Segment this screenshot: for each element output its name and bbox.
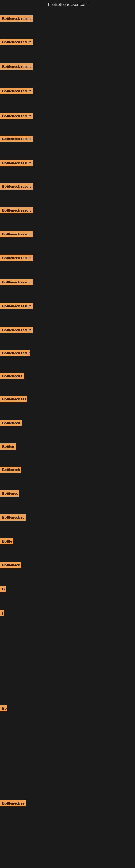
bottleneck-badge: Bottleneck r (0, 373, 24, 379)
list-item: Bottleneck result (0, 88, 33, 94)
list-item: Bottleneck result (0, 327, 33, 333)
list-item: Bottleneck result (0, 350, 30, 356)
bottleneck-badge: Bottleneck result (0, 327, 33, 333)
bottleneck-badge: Bottleneck result (0, 231, 33, 237)
list-item: Bottlen (0, 443, 16, 450)
bottleneck-badge: | (0, 610, 4, 616)
bottleneck-badge: Bottleneck re (0, 514, 26, 521)
bottleneck-badge: Bo (0, 705, 7, 712)
bottleneck-badge: Bottleneck result (0, 113, 33, 119)
list-item: Bottleneck result (0, 16, 33, 22)
list-item: Bottle (0, 538, 13, 545)
list-item: Bottleneck result (0, 135, 33, 142)
bottleneck-badge: Bottle (0, 538, 13, 545)
list-item: Bottleneck re (0, 800, 26, 806)
list-item: Bottleneck (0, 562, 21, 568)
bottleneck-badge: Bottleneck (0, 420, 21, 426)
bottleneck-badge: Bottleneck result (0, 207, 33, 214)
bottleneck-badge: Bottleneck result (0, 279, 33, 285)
bottleneck-badge: Bottleneck result (0, 160, 33, 166)
bottleneck-badge: Bottleneck result (0, 255, 33, 261)
bottleneck-badge: Bottleneck (0, 562, 21, 568)
list-item: B (0, 586, 6, 592)
bottleneck-badge: Bottlenec (0, 490, 19, 497)
bottleneck-badge: Bottleneck result (0, 88, 33, 94)
list-item: Bottleneck (0, 420, 21, 426)
list-item: Bottleneck result (0, 39, 33, 45)
list-item: Bottleneck result (0, 279, 33, 285)
bottleneck-badge: Bottleneck result (0, 39, 33, 45)
list-item: Bottleneck result (0, 207, 33, 214)
list-item: | (0, 610, 4, 616)
list-item: Bottleneck result (0, 231, 33, 237)
list-item: Bottleneck result (0, 303, 33, 309)
list-item: Bottleneck result (0, 183, 33, 190)
bottleneck-badge: Bottleneck result (0, 16, 33, 22)
bottleneck-badge: Bottleneck result (0, 303, 33, 309)
list-item: Bo (0, 705, 7, 712)
list-item: Bottleneck result (0, 255, 33, 261)
list-item: Bottleneck r (0, 373, 24, 379)
bottleneck-badge: Bottleneck result (0, 63, 33, 70)
bottleneck-badge: Bottleneck res (0, 396, 27, 402)
bottleneck-badge: Bottleneck result (0, 183, 33, 190)
list-item: Bottlenec (0, 490, 19, 497)
site-title: TheBottlenecker.com (0, 0, 135, 9)
bottleneck-badge: Bottleneck result (0, 135, 33, 142)
list-item: Bottleneck result (0, 63, 33, 70)
bottleneck-badge: Bottleneck re (0, 800, 26, 806)
bottleneck-badge: B (0, 586, 6, 592)
list-item: Bottleneck res (0, 396, 27, 402)
list-item: Bottleneck (0, 467, 21, 473)
list-item: Bottleneck re (0, 514, 26, 521)
list-item: Bottleneck result (0, 113, 33, 119)
bottleneck-badge: Bottlen (0, 443, 16, 450)
bottleneck-badge: Bottleneck result (0, 350, 30, 356)
list-item: Bottleneck result (0, 160, 33, 166)
bottleneck-badge: Bottleneck (0, 467, 21, 473)
